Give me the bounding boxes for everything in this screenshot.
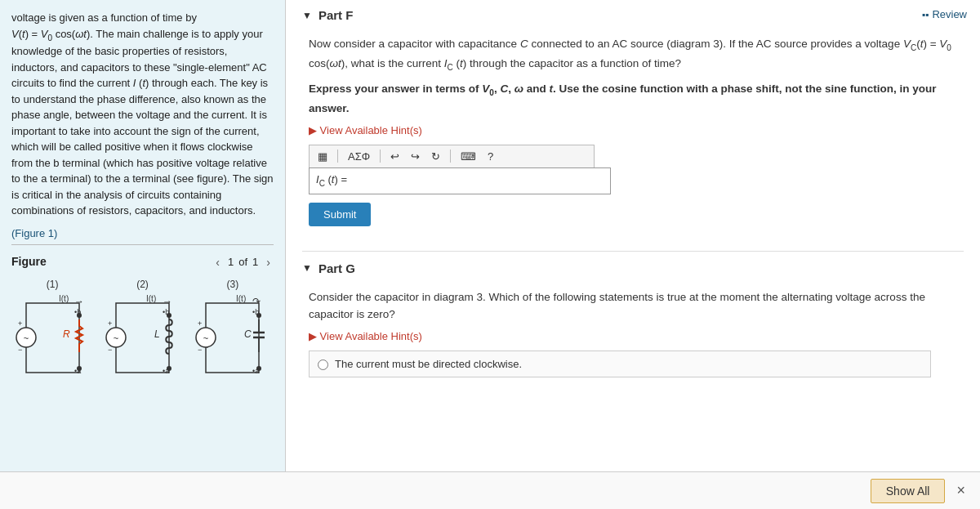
figure-next-button[interactable]: › — [263, 254, 274, 270]
part-f-label: Part F — [318, 8, 354, 22]
keyboard-icon: ⌨ — [461, 150, 476, 163]
circuit-3-label: (3) — [226, 277, 238, 292]
help-icon: ? — [488, 150, 493, 163]
svg-text:→: → — [74, 296, 84, 307]
part-g-content: Consider the capacitor in diagram 3. Whi… — [302, 288, 964, 377]
main-layout: voltage is given as a function of time b… — [0, 0, 980, 471]
submit-button[interactable]: Submit — [309, 203, 371, 226]
redo-icon: ↪ — [411, 150, 420, 163]
review-link[interactable]: ▪▪ Review — [922, 8, 967, 20]
circuits-container: (1) ~ + − I(t) → — [11, 277, 274, 389]
svg-text:I(t): I(t) — [236, 295, 246, 303]
answer-label: IC (t) = — [316, 173, 347, 188]
figure-nav-sep: of — [238, 254, 247, 270]
part-g-section: ▼ Part G Consider the capacitor in diagr… — [302, 261, 964, 377]
circuit-2: (2) ~ + − I(t) → L — [104, 277, 181, 389]
svg-text:•a: •a — [163, 367, 169, 375]
svg-text:~: ~ — [114, 333, 118, 343]
circuit-2-diagram: ~ + − I(t) → L •b — [104, 295, 181, 389]
part-f-hint-link[interactable]: ▶ View Available Hint(s) — [309, 124, 964, 136]
svg-text:+: + — [198, 319, 202, 328]
redo-btn[interactable]: ↪ — [408, 149, 423, 164]
intro-text: voltage is given as a function of time b… — [11, 10, 274, 219]
toolbar-divider-3 — [450, 150, 451, 163]
circuit-3: (3) ~ + − I(t) ↷ — [194, 277, 271, 389]
help-btn[interactable]: ? — [484, 149, 497, 164]
circuit-1-diagram: ~ + − I(t) → R •b — [14, 295, 91, 389]
review-icon: ▪▪ — [922, 9, 929, 20]
svg-text:−: − — [198, 346, 202, 354]
part-g-label: Part G — [318, 261, 355, 275]
part-g-toggle[interactable]: ▼ — [302, 262, 312, 274]
svg-text:R: R — [63, 328, 70, 340]
radio-input-1[interactable] — [318, 359, 328, 370]
figure-nav-total: 1 — [252, 254, 258, 270]
part-f-section: ▼ Part F Now consider a capacitor with c… — [302, 8, 964, 238]
keyboard-btn[interactable]: ⌨ — [457, 149, 479, 164]
part-f-instruction: Express your answer in terms of V0, C, ω… — [309, 80, 964, 117]
right-panel: ▪▪ Review ▼ Part F Now consider a capaci… — [286, 0, 980, 471]
part-f-content: Now consider a capacitor with capacitanc… — [302, 35, 964, 238]
svg-text:→: → — [163, 296, 172, 307]
part-g-hint-link[interactable]: ▶ View Available Hint(s) — [309, 330, 964, 342]
undo-icon: ↩ — [390, 150, 399, 163]
svg-text:I(t): I(t) — [59, 295, 69, 303]
figure-link[interactable]: (Figure 1) — [11, 227, 57, 239]
svg-text:↷: ↷ — [252, 296, 261, 307]
circuit-2-label: (2) — [136, 277, 149, 292]
review-label: Review — [932, 8, 967, 20]
undo-btn[interactable]: ↩ — [387, 149, 403, 164]
fraction-btn[interactable]: ▦ — [314, 149, 331, 164]
svg-text:L: L — [154, 328, 160, 340]
circuit-1-label: (1) — [47, 277, 59, 292]
toolbar-divider-1 — [337, 150, 338, 163]
svg-text:•a: •a — [74, 367, 81, 375]
sigma-btn[interactable]: ΑΣΦ — [345, 149, 373, 164]
figure-section: Figure ‹ 1 of 1 › (1) — [11, 244, 274, 389]
figure-label: Figure — [11, 253, 47, 270]
svg-text:~: ~ — [203, 333, 208, 343]
circuit-3-diagram: ~ + − I(t) ↷ C — [194, 295, 271, 389]
answer-toolbar: ▦ ΑΣΦ ↩ ↪ ↻ — [309, 145, 595, 167]
refresh-icon: ↻ — [431, 150, 440, 163]
answer-input[interactable] — [352, 173, 604, 189]
svg-text:−: − — [108, 346, 112, 354]
show-all-button[interactable]: Show All — [871, 479, 946, 503]
figure-prev-button[interactable]: ‹ — [212, 254, 223, 270]
svg-text:+: + — [108, 319, 112, 328]
refresh-btn[interactable]: ↻ — [428, 149, 443, 164]
svg-text:•a: •a — [252, 367, 259, 375]
svg-text:•b: •b — [74, 308, 81, 316]
radio-option-1: The current must be directed clockwise. — [309, 350, 931, 377]
svg-text:~: ~ — [23, 333, 28, 343]
svg-text:I(t): I(t) — [146, 295, 156, 303]
part-g-desc: Consider the capacitor in diagram 3. Whi… — [309, 288, 964, 324]
svg-text:C: C — [244, 328, 252, 340]
close-button[interactable]: × — [951, 479, 970, 502]
bottom-bar: Show All × — [0, 471, 980, 509]
figure-header: Figure ‹ 1 of 1 › — [11, 253, 274, 270]
left-panel: voltage is given as a function of time b… — [0, 0, 286, 471]
section-divider — [302, 251, 964, 252]
svg-text:−: − — [18, 346, 22, 354]
sigma-icon: ΑΣΦ — [348, 150, 370, 163]
part-f-toggle[interactable]: ▼ — [302, 10, 312, 21]
part-f-header: ▼ Part F — [302, 8, 964, 27]
answer-row: IC (t) = — [309, 167, 611, 194]
toolbar-divider-2 — [380, 150, 381, 163]
svg-text:+: + — [18, 319, 22, 328]
svg-text:•b: •b — [252, 308, 259, 316]
figure-nav-current: 1 — [228, 254, 234, 270]
radio-label-1: The current must be directed clockwise. — [335, 358, 522, 370]
svg-text:•b: •b — [163, 308, 169, 316]
part-g-header: ▼ Part G — [302, 261, 964, 280]
part-f-desc1: Now consider a capacitor with capacitanc… — [309, 35, 964, 74]
circuit-1: (1) ~ + − I(t) → — [14, 277, 91, 389]
fraction-icon: ▦ — [318, 150, 327, 163]
figure-nav: ‹ 1 of 1 › — [212, 254, 274, 270]
